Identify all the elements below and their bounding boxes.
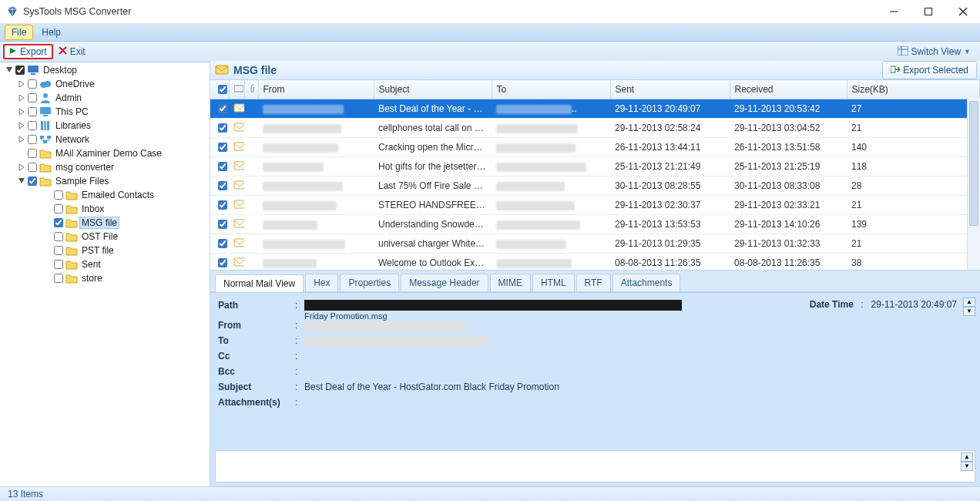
table-row[interactable]: Best Deal of the Year - Host.....29-11-2… [210, 99, 980, 119]
tab-message-header[interactable]: Message Header [401, 274, 488, 291]
tab-hex[interactable]: Hex [305, 274, 338, 291]
tab-normal-mail-view[interactable]: Normal Mail View [215, 274, 304, 292]
spin-down-icon[interactable]: ▼ [963, 307, 975, 316]
tab-properties[interactable]: Properties [340, 274, 399, 291]
header-received[interactable]: Received [730, 80, 847, 99]
tree-item[interactable]: Inbox [42, 202, 210, 216]
tab-attachments[interactable]: Attachments [612, 274, 681, 291]
tree-checkbox[interactable] [28, 107, 37, 116]
table-row[interactable]: STEREO HANDSFREE WHIT...29-11-2013 02:30… [210, 196, 980, 215]
header-attachment-icon[interactable] [244, 80, 258, 99]
tree-checkbox[interactable] [28, 135, 37, 144]
tree-item[interactable]: Admin [15, 91, 210, 105]
spin-up-icon[interactable]: ▲ [963, 298, 975, 307]
tree-item[interactable]: OST File [42, 230, 210, 244]
export-selected-button[interactable]: Export Selected [882, 61, 977, 79]
row-checkbox-cell[interactable] [210, 215, 229, 234]
row-checkbox-cell[interactable] [210, 196, 229, 215]
tree-item[interactable]: Emailed Contacts [42, 188, 210, 202]
tree-checkbox[interactable] [54, 274, 63, 283]
export-selected-icon [891, 65, 900, 76]
tree-checkbox[interactable] [54, 260, 63, 269]
tree-label: MAil Xaminer Demo Case [53, 148, 164, 159]
header-read-icon[interactable] [229, 80, 244, 99]
row-checkbox-cell[interactable] [210, 254, 229, 271]
table-row[interactable]: Cracking open the Microso...26-11-2013 1… [210, 138, 980, 157]
minimize-button[interactable] [876, 0, 911, 23]
row-checkbox-cell[interactable] [210, 234, 229, 254]
tree-checkbox[interactable] [28, 93, 37, 103]
scrollbar-thumb[interactable] [969, 101, 978, 226]
expand-icon[interactable] [17, 121, 26, 130]
expand-icon[interactable] [17, 107, 26, 116]
row-checkbox-cell[interactable] [210, 119, 229, 138]
tree-item[interactable]: This PC [15, 105, 210, 119]
expand-icon[interactable] [17, 149, 26, 158]
tree-checkbox[interactable] [28, 149, 37, 158]
folder-icon [65, 217, 78, 229]
row-checkbox-cell[interactable] [210, 177, 229, 196]
collapse-icon[interactable] [17, 177, 26, 186]
row-checkbox-cell[interactable] [210, 99, 229, 119]
tree-checkbox[interactable] [54, 218, 63, 227]
tab-rtf[interactable]: RTF [576, 274, 611, 291]
menu-help[interactable]: Help [35, 24, 68, 41]
tree-item[interactable]: Sent [42, 257, 210, 271]
expand-icon[interactable] [17, 163, 26, 172]
attachment-cell [244, 177, 258, 196]
table-row[interactable]: Last 75% Off Fire Sale of th...30-11-201… [210, 177, 980, 196]
grid-scrollbar[interactable] [967, 98, 980, 270]
body-spin-down-icon[interactable]: ▼ [961, 462, 973, 471]
row-checkbox-cell[interactable] [210, 157, 229, 177]
collapse-icon[interactable] [5, 66, 14, 75]
tree-checkbox[interactable] [54, 190, 63, 200]
maximize-button[interactable] [911, 0, 945, 23]
switch-view-button[interactable]: Switch View ▼ [891, 45, 977, 59]
tree-item[interactable]: Sample Files [15, 174, 210, 188]
tree-checkbox[interactable] [54, 232, 63, 241]
export-button[interactable]: Export [3, 44, 53, 59]
tree-item[interactable]: MAil Xaminer Demo Case [15, 146, 210, 160]
close-button[interactable] [945, 0, 980, 23]
expand-icon[interactable] [17, 79, 26, 89]
tree-checkbox[interactable] [28, 177, 37, 186]
chevron-down-icon: ▼ [964, 48, 971, 55]
tree-item[interactable]: Network [15, 133, 210, 146]
tree-checkbox[interactable] [28, 163, 37, 172]
tree-checkbox[interactable] [54, 204, 63, 214]
row-checkbox-cell[interactable] [210, 138, 229, 157]
expand-icon[interactable] [17, 93, 26, 103]
tree-root-desktop[interactable]: Desktop [3, 63, 210, 77]
table-row[interactable]: universal charger White Fri...29-11-2013… [210, 234, 980, 254]
tree-item[interactable]: msg converter [15, 160, 210, 174]
meta-spinner[interactable]: ▲ ▼ [963, 298, 975, 316]
header-size[interactable]: Size(KB) [847, 80, 980, 99]
tree-checkbox[interactable] [28, 121, 37, 130]
tab-html[interactable]: HTML [532, 274, 575, 291]
preview-body[interactable]: ▲ ▼ [215, 450, 975, 483]
header-to[interactable]: To [492, 80, 610, 99]
menu-file[interactable]: File [5, 25, 33, 40]
tree-item[interactable]: MSG file [42, 216, 210, 230]
switch-view-label: Switch View [911, 46, 961, 57]
table-row[interactable]: cellphones total call on sale29-11-2013 … [210, 119, 980, 138]
tab-mime[interactable]: MIME [490, 274, 531, 291]
header-select-all[interactable] [210, 80, 229, 99]
body-spin-up-icon[interactable]: ▲ [961, 452, 973, 462]
tree-checkbox[interactable] [54, 246, 63, 255]
exit-button[interactable]: Exit [53, 44, 91, 59]
header-sent[interactable]: Sent [610, 80, 730, 99]
tree-item[interactable]: OneDrive [15, 77, 210, 91]
table-row[interactable]: Understanding Snowden's...29-11-2013 13:… [210, 215, 980, 234]
tree-item[interactable]: PST file [42, 244, 210, 257]
tree-checkbox[interactable] [28, 79, 37, 89]
header-subject[interactable]: Subject [374, 80, 492, 99]
tree-item[interactable]: Libraries [15, 119, 210, 133]
tree-item[interactable]: store [42, 271, 210, 285]
expand-icon[interactable] [17, 135, 26, 144]
table-row[interactable]: Welcome to Outlook Expre...08-08-2013 11… [210, 254, 980, 271]
tree-checkbox[interactable] [15, 66, 25, 75]
table-row[interactable]: Hot gifts for the jetsetter o...25-11-20… [210, 157, 980, 177]
header-from[interactable]: From [258, 80, 374, 99]
svg-rect-35 [234, 123, 244, 131]
